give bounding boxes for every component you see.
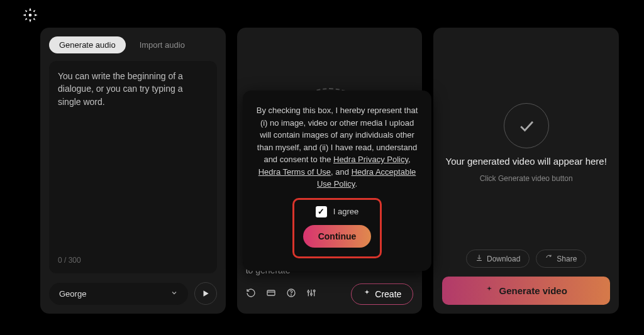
script-placeholder: You can write the beginning of a dialogu… xyxy=(58,70,208,108)
help-icon[interactable] xyxy=(286,288,296,300)
svg-point-7 xyxy=(313,290,315,292)
preview-subtitle: Click Generate video button xyxy=(480,174,573,183)
app-logo xyxy=(21,6,39,24)
settings-sliders-icon[interactable] xyxy=(306,288,316,300)
consent-modal: By checking this box, I hereby represent… xyxy=(243,91,431,271)
tab-import-audio[interactable]: Import audio xyxy=(130,36,195,53)
generate-video-button[interactable]: Generate video xyxy=(442,277,610,305)
agree-checkbox[interactable]: ✓ xyxy=(316,206,327,217)
svg-point-5 xyxy=(308,291,309,293)
share-icon xyxy=(545,254,553,263)
check-circle-icon xyxy=(504,103,549,148)
chevron-down-icon xyxy=(170,289,178,299)
generate-label: Generate video xyxy=(499,285,567,296)
consent-action-highlight: ✓ I agree Continue xyxy=(292,198,382,258)
svg-point-0 xyxy=(29,14,32,17)
sparkle-icon xyxy=(363,289,371,299)
svg-point-6 xyxy=(310,294,312,295)
download-label: Download xyxy=(487,255,520,263)
continue-button[interactable]: Continue xyxy=(303,225,372,248)
link-terms-of-use[interactable]: Hedra Terms of Use xyxy=(258,167,331,177)
sparkle-icon xyxy=(485,285,494,296)
preview-title: Your generated video will appear here! xyxy=(446,156,607,167)
audio-panel: Generate audio Import audio You can writ… xyxy=(40,28,226,314)
aspect-ratio-icon[interactable] xyxy=(266,288,276,300)
voice-selected-label: George xyxy=(59,289,86,299)
voice-select[interactable]: George xyxy=(49,283,188,305)
create-label: Create xyxy=(375,289,401,299)
refresh-icon[interactable] xyxy=(246,288,256,300)
svg-marker-1 xyxy=(203,290,208,296)
svg-point-4 xyxy=(291,295,291,295)
download-button[interactable]: Download xyxy=(466,250,530,268)
play-button[interactable] xyxy=(194,282,217,305)
tab-generate-audio[interactable]: Generate audio xyxy=(49,36,126,53)
svg-rect-2 xyxy=(267,290,275,295)
create-button[interactable]: Create xyxy=(351,283,413,305)
consent-text: By checking this box, I hereby represent… xyxy=(255,104,419,190)
share-button[interactable]: Share xyxy=(536,250,586,268)
link-privacy-policy[interactable]: Hedra Privacy Policy xyxy=(333,155,408,164)
output-panel: Your generated video will appear here! C… xyxy=(433,28,619,314)
agree-label: I agree xyxy=(333,207,358,216)
download-icon xyxy=(475,254,483,263)
char-counter: 0 / 300 xyxy=(58,256,208,265)
share-label: Share xyxy=(557,255,577,263)
script-textarea[interactable]: You can write the beginning of a dialogu… xyxy=(49,61,217,273)
